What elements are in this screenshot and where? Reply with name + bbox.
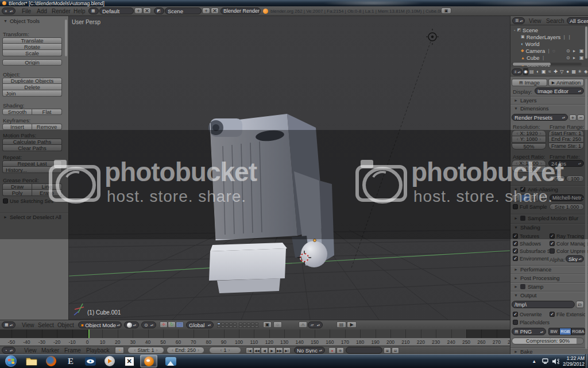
auto-keyframe-record-button[interactable]: ● (328, 347, 336, 354)
object-tools-panel-header[interactable]: ▼Object Tools (0, 17, 68, 25)
tab-world-icon[interactable]: ◐ (535, 68, 540, 75)
add-preset-button[interactable]: + (569, 114, 577, 121)
current-frame-playhead[interactable] (88, 329, 90, 338)
color-mode-rgb-button[interactable]: RGB (559, 328, 571, 335)
layers-panel-header[interactable]: ►Layers (510, 96, 588, 103)
taskbar-firefox-icon[interactable] (42, 355, 60, 367)
layer-cell[interactable] (251, 323, 254, 325)
tray-show-hidden-icon[interactable]: ▴ (533, 358, 536, 364)
clear-paths-button[interactable]: Clear Paths (2, 145, 62, 151)
viewport-shading-dropdown[interactable]: ▴▾ (124, 321, 139, 328)
tray-clock[interactable]: 1:22 AM 2/29/2012 (562, 355, 585, 367)
use-preview-range-icon[interactable]: ◔ (115, 347, 124, 354)
play-reverse-button[interactable]: ◀ (261, 347, 268, 354)
menu-view[interactable]: View (529, 18, 541, 24)
taskbar-image-viewer-icon[interactable] (162, 355, 179, 367)
frame-step-field[interactable]: Frame Ste: 1 (548, 143, 584, 150)
menu-object[interactable]: Object (57, 322, 74, 328)
sketching-sessions-checkbox[interactable]: Use Sketching Ses (3, 198, 53, 204)
gp-poly-button[interactable]: Poly (2, 190, 32, 196)
color-unpremultiply-checkbox[interactable]: Color Unprem (550, 248, 588, 254)
start-button[interactable] (2, 355, 20, 367)
layer-cell[interactable] (221, 323, 225, 325)
color-mode-bw-button[interactable]: BW (548, 328, 559, 335)
shadows-checkbox[interactable]: ✓Shadows (513, 240, 541, 247)
layer-cell[interactable] (221, 325, 225, 328)
layer-cell[interactable] (217, 325, 220, 328)
subsurface-checkbox[interactable]: ✓Subsurface Sc (513, 248, 554, 254)
layer-cell[interactable] (225, 325, 229, 328)
tab-modifiers-icon[interactable]: ✚ (553, 68, 558, 75)
aa-samples-5-button[interactable]: 5 (512, 194, 520, 201)
layer-cell[interactable] (243, 325, 246, 328)
camera-renderable-icon[interactable]: ▣ (579, 48, 584, 53)
end-frame-field[interactable]: End: 250 (167, 347, 204, 354)
sampled-motion-blur-panel-header[interactable]: ►Sampled Motion Blur (510, 214, 588, 221)
history-button[interactable]: History... (2, 167, 62, 173)
add-layout-button[interactable]: + (134, 7, 142, 14)
outliner-row-scene[interactable]: ◦◩Scene (514, 26, 538, 33)
opengl-render-icon[interactable]: ▤ (336, 321, 346, 328)
pivot-point-dropdown[interactable]: ⊙▴▾ (141, 321, 156, 328)
outliner-row-world[interactable]: ◐World (521, 40, 539, 47)
current-frame-field[interactable]: 1 (209, 347, 241, 354)
menu-playback[interactable]: Playback (86, 347, 110, 354)
taskbar-editor-icon[interactable]: E (62, 355, 79, 367)
delete-button[interactable]: Delete (2, 84, 62, 90)
tray-network-icon[interactable] (542, 358, 550, 364)
transform-orientation-dropdown[interactable]: Global▴▾ (186, 321, 214, 328)
ray-tracing-checkbox[interactable]: ✓Ray Tracing (550, 233, 584, 239)
save-screenshot-button[interactable]: ▣ (441, 7, 451, 14)
start-frame-field[interactable]: Start: 1 (127, 347, 164, 354)
taskbar-media-player-icon[interactable] (101, 355, 118, 367)
anti-aliasing-panel-header[interactable]: ▼✓Anti-Aliasing (510, 185, 588, 193)
keying-icon[interactable]: ⊛ (336, 347, 344, 354)
scene-icon[interactable]: ◩ (154, 7, 164, 14)
post-processing-panel-header[interactable]: ►Post Processing (510, 274, 588, 281)
cube-visibility-eye-icon[interactable]: ⊙ (566, 55, 570, 60)
outliner-vscrollbar[interactable] (585, 26, 587, 59)
alpha-dropdown[interactable]: Sky▴▾ (566, 255, 584, 262)
editor-type-button[interactable]: ◔▴▾ (2, 347, 16, 354)
menu-file[interactable]: File (22, 8, 31, 14)
tab-particles-icon[interactable]: ✳ (577, 68, 582, 75)
tab-material-icon[interactable]: ● (565, 68, 570, 75)
insert-keyframes-button[interactable]: ⊞ (384, 347, 391, 354)
select-deselect-panel-header[interactable]: ►Select or Deselect All (0, 213, 68, 220)
performance-panel-header[interactable]: ►Performance (510, 265, 588, 273)
gun-model[interactable] (208, 114, 334, 293)
calculate-paths-button[interactable]: Calculate Paths (2, 139, 62, 145)
layer-cell[interactable] (255, 323, 258, 325)
taskbar-explorer-icon[interactable] (23, 355, 40, 367)
layer-cell[interactable] (255, 325, 258, 328)
outliner-row-camera[interactable]: ◆Camera❘◌ (521, 47, 555, 54)
active-keying-set-field[interactable] (346, 347, 382, 354)
render-animation-button[interactable]: ▶Animation (548, 79, 584, 86)
add-scene-button[interactable]: + (202, 7, 210, 14)
dimensions-panel-header[interactable]: ▼Dimensions (510, 104, 588, 112)
tab-render-icon[interactable]: ◉ (523, 68, 528, 75)
tool-shelf-scrollbar[interactable] (65, 20, 67, 56)
layer-cell[interactable] (229, 325, 233, 328)
rotate-button[interactable]: Rotate (2, 44, 62, 50)
timeline-ruler[interactable]: -50-40-30-20-100102030405060708090100110… (0, 329, 510, 346)
delete-layout-button[interactable]: ✕ (143, 7, 151, 14)
aa-samples-16-button[interactable]: 16 (539, 194, 548, 201)
aa-samples-8-button[interactable]: 8 (521, 194, 529, 201)
insert-keyframe-button[interactable]: Insert (2, 124, 32, 130)
tab-scene-icon[interactable]: ▤ (529, 68, 534, 75)
remove-keyframe-button[interactable]: Remove (32, 124, 62, 130)
shade-smooth-button[interactable]: Smooth (2, 109, 32, 115)
manipulator-scale-icon[interactable]: ▢ (176, 321, 184, 328)
cube-selectable-icon[interactable]: ▸ (573, 55, 575, 60)
gp-erase-button[interactable]: Erase (32, 190, 62, 196)
tab-physics-icon[interactable]: ◈ (583, 68, 588, 75)
aa-filter-dropdown[interactable]: Mitchell-Netr▴▾ (550, 194, 584, 201)
mode-dropdown[interactable]: ■Object Mode▴▾ (78, 321, 122, 328)
properties-vscrollbar[interactable] (585, 79, 587, 349)
snap-element-dropdown[interactable]: ▱▴▾ (308, 321, 323, 328)
browse-folder-button[interactable]: 🗁 (576, 301, 584, 308)
editor-type-button[interactable]: ≡▴▾ (512, 68, 523, 75)
tab-object-data-icon[interactable]: ▽ (559, 68, 564, 75)
next-keyframe-button[interactable]: ▶▶ (276, 347, 283, 354)
